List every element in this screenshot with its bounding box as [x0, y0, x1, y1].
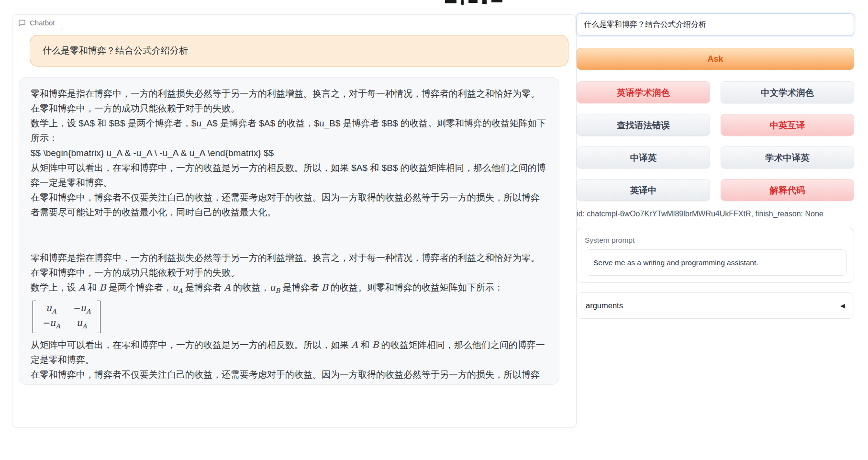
- bot-paragraph: 数学上，设 A 和 B 是两个博弈者，uA 是博弈者 A 的收益，uB 是博弈者…: [31, 280, 546, 298]
- control-column: 什么是零和博弈？结合公式介绍分析 Ask 英语学术润色中文学术润色查找语法错误中…: [577, 13, 854, 319]
- matrix-cell: uA: [73, 318, 91, 331]
- function-button-chinese-to-english[interactable]: 中译英: [577, 146, 710, 168]
- math-var: −uA: [42, 317, 60, 328]
- chatbot-panel: Chatbot 什么是零和博弈？结合公式介绍分析 零和博弈是指在博弈中，一方的利…: [12, 14, 577, 428]
- system-prompt-value: Serve me as a writing and programming as…: [593, 258, 758, 267]
- prompt-input-value: 什么是零和博弈？结合公式介绍分析: [584, 20, 706, 30]
- system-prompt-label: System prompt: [585, 236, 847, 245]
- math-var: A: [351, 339, 358, 350]
- ask-button[interactable]: Ask: [577, 48, 854, 70]
- math-var: B: [372, 339, 379, 350]
- bot-paragraph: 在零和博弈中，博弈者不仅要关注自己的收益，还需要考虑对手的收益。因为一方取得的收…: [31, 190, 546, 220]
- bot-paragraph: $$ \begin{bmatrix} u_A & -u_A \ -u_A & u…: [31, 146, 546, 160]
- bot-paragraph: 数学上，设 $A$ 和 $B$ 是两个博弈者，$u_A$ 是博弈者 $A$ 的收…: [31, 116, 546, 146]
- bot-paragraph: 在零和博弈中，博弈者不仅要关注自己的收益，还需要考虑对手的收益。因为一方取得的收…: [31, 367, 546, 385]
- bot-message-bubble: 零和博弈是指在博弈中，一方的利益损失必然等于另一方的利益增益。换言之，对于每一种…: [19, 77, 559, 385]
- accordion-collapse-icon: ◀: [840, 302, 845, 309]
- math-var: uB: [269, 282, 280, 292]
- speech-bubble-icon: [18, 19, 26, 27]
- arguments-accordion-label: arguments: [586, 301, 623, 310]
- bot-paragraph: 从矩阵中可以看出，在零和博弈中，一方的收益是另一方的相反数。所以，如果 $A$ …: [31, 160, 546, 190]
- chatbot-label-text: Chatbot: [30, 19, 55, 27]
- bot-paragraph: 零和博弈是指在博弈中，一方的利益损失必然等于另一方的利益增益。换言之，对于每一种…: [31, 250, 546, 280]
- matrix-bracket-right: [97, 301, 100, 334]
- matrix-cells: uA−uA−uAuA: [36, 301, 97, 334]
- function-button-chinese-english-mutual-translation[interactable]: 中英互译: [721, 114, 854, 136]
- user-message-text: 什么是零和博弈？结合公式介绍分析: [43, 45, 188, 57]
- bot-paragraph: 从矩阵中可以看出，在零和博弈中，一方的收益是另一方的相反数。所以，如果 A 和 …: [31, 337, 546, 367]
- math-var: B: [322, 282, 328, 292]
- function-button-academic-chinese-to-english[interactable]: 学术中译英: [721, 146, 854, 168]
- matrix-cell: uA: [42, 303, 60, 316]
- math-var: A: [224, 282, 231, 292]
- arguments-accordion-header[interactable]: arguments ◀: [577, 292, 854, 319]
- function-button-english-to-chinese[interactable]: 英译中: [577, 179, 710, 201]
- clipped-page-title-fragment: [445, 0, 502, 5]
- function-button-grid: 英语学术润色中文学术润色查找语法错误中英互译中译英学术中译英英译中解释代码: [577, 81, 854, 201]
- message-block-gap: [31, 220, 546, 250]
- bot-paragraph: 零和博弈是指在博弈中，一方的利益损失必然等于另一方的利益增益。换言之，对于每一种…: [31, 86, 546, 116]
- math-var: A: [78, 282, 85, 292]
- text-cursor: [707, 20, 707, 30]
- math-var: uA: [172, 282, 183, 292]
- system-prompt-input[interactable]: Serve me as a writing and programming as…: [585, 249, 847, 276]
- matrix-cell: −uA: [42, 318, 60, 331]
- math-var: −uA: [73, 303, 91, 313]
- completion-status-line: id: chatcmpl-6wOo7KrYTwMl89lbrMWRu4UkFFX…: [577, 210, 854, 218]
- bot-message-content: 零和博弈是指在博弈中，一方的利益损失必然等于另一方的利益增益。换言之，对于每一种…: [31, 86, 546, 385]
- math-var: B: [100, 282, 106, 292]
- matrix-cell: −uA: [73, 303, 91, 316]
- payoff-matrix: uA−uA−uAuA: [33, 301, 100, 334]
- function-button-explain-code[interactable]: 解释代码: [721, 179, 854, 201]
- function-button-chinese-academic-polishing[interactable]: 中文学术润色: [721, 81, 854, 103]
- matrix-bracket-left: [33, 301, 36, 334]
- system-prompt-box: System prompt Serve me as a writing and …: [577, 228, 854, 283]
- function-button-find-grammar-errors[interactable]: 查找语法错误: [577, 114, 710, 136]
- prompt-input[interactable]: 什么是零和博弈？结合公式介绍分析: [577, 13, 854, 36]
- chatbot-panel-label: Chatbot: [12, 15, 63, 31]
- function-button-english-academic-polishing[interactable]: 英语学术润色: [577, 81, 710, 103]
- math-var: uA: [77, 317, 87, 328]
- math-var: uA: [46, 303, 56, 313]
- user-message-bubble: 什么是零和博弈？结合公式介绍分析: [30, 35, 568, 67]
